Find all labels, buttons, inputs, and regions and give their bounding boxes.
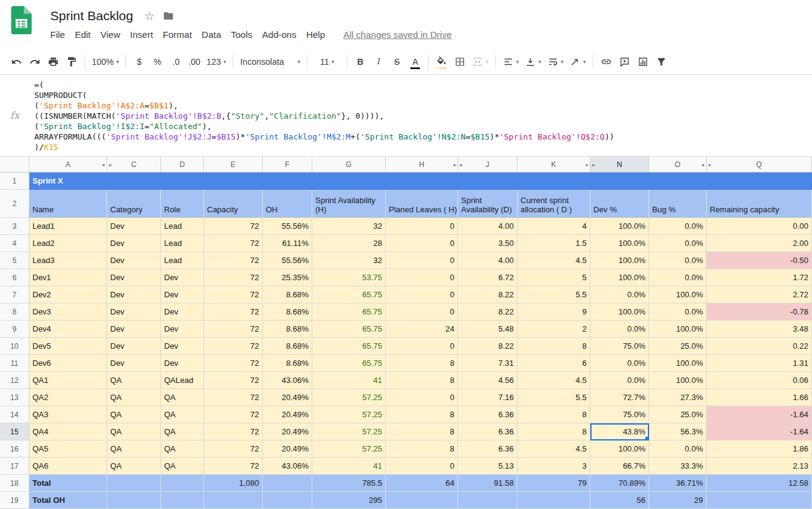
cell-N7[interactable]: 0.0% [590, 286, 649, 303]
hidden-columns-right-arrow-icon[interactable]: ► [708, 162, 712, 166]
cell-K11[interactable]: 6 [517, 355, 590, 372]
cell-K19[interactable] [517, 492, 590, 509]
cell-N12[interactable]: 0.0% [590, 372, 649, 389]
cell-J12[interactable]: 4.56 [458, 372, 517, 389]
row-header-9[interactable]: 9 [0, 321, 29, 338]
cell-N16[interactable]: 100.0% [590, 440, 649, 458]
cell-F12[interactable]: 43.06% [263, 372, 312, 389]
cell-F8[interactable]: 8.68% [263, 303, 312, 321]
column-header-A[interactable]: A◄ [29, 157, 107, 173]
cell-C10[interactable]: Dev [107, 338, 161, 355]
undo-button[interactable] [7, 53, 26, 71]
cell-Q13[interactable]: 1.66 [707, 389, 812, 406]
row-header-14[interactable]: 14 [0, 406, 29, 423]
cell-O15[interactable]: 56.3% [649, 423, 707, 440]
hidden-columns-left-arrow-icon[interactable]: ◄ [452, 162, 456, 166]
cell-Q8[interactable]: -0.78 [707, 303, 812, 321]
row-header-10[interactable]: 10 [0, 338, 29, 355]
cell-D8[interactable]: Dev [161, 303, 204, 321]
cell-H5[interactable]: 0 [386, 252, 458, 269]
cell-C6[interactable]: Dev [107, 269, 161, 286]
menu-edit[interactable]: Edit [70, 28, 96, 41]
cell-E17[interactable]: 72 [204, 458, 263, 475]
cell-N8[interactable]: 100.0% [590, 303, 649, 321]
cell-K10[interactable]: 8 [517, 338, 590, 355]
cell-H6[interactable]: 0 [386, 269, 458, 286]
cell-E13[interactable]: 72 [204, 389, 263, 406]
cell-G6[interactable]: 53.75 [312, 269, 386, 286]
cell-H13[interactable]: 0 [386, 389, 458, 406]
paint-format-button[interactable] [62, 53, 81, 71]
cell-F11[interactable]: 8.68% [263, 355, 312, 372]
column-header-F[interactable]: F [263, 157, 312, 173]
cell-A2[interactable]: Name [29, 190, 107, 218]
decrease-decimals-button[interactable]: .0 [167, 53, 185, 71]
column-header-Q[interactable]: Q► [707, 157, 812, 173]
cell-A7[interactable]: Dev2 [29, 286, 107, 303]
cell-Q12[interactable]: 0.06 [707, 372, 812, 389]
row-header-1[interactable]: 1 [0, 173, 29, 190]
column-header-K[interactable]: K◄ [517, 157, 590, 173]
cell-D13[interactable]: QA [161, 389, 204, 406]
column-header-N[interactable]: N► [590, 157, 649, 173]
cell-Q15[interactable]: -1.64 [707, 423, 812, 440]
cell-E14[interactable]: 72 [204, 406, 263, 423]
row-header-16[interactable]: 16 [0, 440, 29, 458]
cell-Q11[interactable]: 1.31 [707, 355, 812, 372]
text-color-button[interactable]: A [406, 53, 424, 71]
menu-data[interactable]: Data [197, 28, 226, 41]
column-header-O[interactable]: O◄ [649, 157, 707, 173]
cell-F16[interactable]: 20.49% [263, 440, 312, 458]
cell-K13[interactable]: 5.5 [517, 389, 590, 406]
text-rotation-select[interactable]: ▾ [566, 53, 589, 71]
cell-H15[interactable]: 8 [386, 423, 458, 440]
hidden-columns-left-arrow-icon[interactable]: ◄ [584, 162, 588, 166]
cell-E9[interactable]: 72 [204, 321, 263, 338]
font-size-select[interactable]: 11▾ [311, 53, 343, 71]
cell-H4[interactable]: 0 [386, 235, 458, 252]
cell-O3[interactable]: 0.0% [649, 218, 707, 235]
cell-F15[interactable]: 20.49% [263, 423, 312, 440]
row-header-7[interactable]: 7 [0, 286, 29, 303]
cell-D4[interactable]: Lead [161, 235, 204, 252]
format-percent-button[interactable]: % [148, 53, 167, 71]
cell-A9[interactable]: Dev4 [29, 321, 107, 338]
cell-E10[interactable]: 72 [204, 338, 263, 355]
cell-Q7[interactable]: 2.72 [707, 286, 812, 303]
cell-J7[interactable]: 8.22 [458, 286, 517, 303]
cell-Q6[interactable]: 1.72 [707, 269, 812, 286]
cell-N4[interactable]: 100.0% [590, 235, 649, 252]
cell-C15[interactable]: QA [107, 423, 161, 440]
cell-C14[interactable]: QA [107, 406, 161, 423]
formula-input[interactable]: =(SUMPRODUCT(('Sprint Backlog'!A$2:A=$B$… [29, 75, 812, 156]
cell-G3[interactable]: 32 [312, 218, 386, 235]
cell-G14[interactable]: 57.25 [312, 406, 386, 423]
cell-H17[interactable]: 0 [386, 458, 458, 475]
cell-J17[interactable]: 5.13 [458, 458, 517, 475]
cell-F17[interactable]: 43.06% [263, 458, 312, 475]
cell-D17[interactable]: QA [161, 458, 204, 475]
font-select[interactable]: Inconsolata▾ [237, 53, 303, 71]
cell-H3[interactable]: 0 [386, 218, 458, 235]
cell-A5[interactable]: Lead3 [29, 252, 107, 269]
cell-D19[interactable] [161, 492, 204, 509]
cell-J4[interactable]: 3.50 [458, 235, 517, 252]
cell-F13[interactable]: 20.49% [263, 389, 312, 406]
cell-A8[interactable]: Dev3 [29, 303, 107, 321]
cell-O18[interactable]: 36.71% [649, 475, 707, 492]
bold-button[interactable]: B [351, 53, 369, 71]
cell-A12[interactable]: QA1 [29, 372, 107, 389]
cell-K2[interactable]: Current sprint allocation ( D ) [517, 190, 590, 218]
print-button[interactable] [44, 53, 62, 71]
cell-G11[interactable]: 65.75 [312, 355, 386, 372]
insert-comment-button[interactable] [615, 53, 634, 71]
cell-G16[interactable]: 57.25 [312, 440, 386, 458]
row-header-19[interactable]: 19 [0, 492, 29, 509]
increase-decimals-button[interactable]: .00 [185, 53, 203, 71]
redo-button[interactable] [26, 53, 44, 71]
cell-A10[interactable]: Dev5 [29, 338, 107, 355]
row-header-13[interactable]: 13 [0, 389, 29, 406]
cell-C16[interactable]: QA [107, 440, 161, 458]
cell-O5[interactable]: 0.0% [649, 252, 707, 269]
cell-N15[interactable]: 43.8% [590, 423, 649, 440]
